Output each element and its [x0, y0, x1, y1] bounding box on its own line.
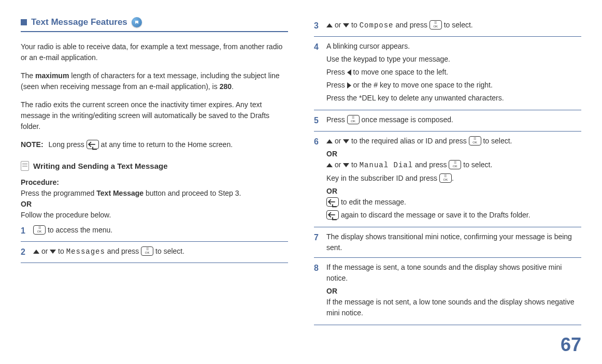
procedure-line2: Follow the procedure below.: [21, 210, 288, 221]
page-icon: [21, 161, 29, 171]
step-3: 3 or to Compose and press to select.: [314, 16, 581, 37]
feature-icon: [132, 17, 142, 27]
step-num: 2: [21, 246, 33, 258]
step-6: 6 or to the required alias or ID and pre…: [314, 132, 581, 227]
step-4: 4 A blinking cursor appears. Use the key…: [314, 37, 581, 110]
sub-header: Writing and Sending a Text Message: [21, 161, 288, 172]
step-body: or to Compose and press to select.: [326, 20, 581, 32]
note-text: Long press at any time to return to the …: [49, 139, 233, 150]
ok-key-icon: [141, 246, 153, 256]
arrow-up-icon: [326, 23, 333, 27]
ok-key-icon: [469, 136, 481, 145]
menu-compose: Compose: [360, 21, 394, 30]
right-column: 3 or to Compose and press to select. 4 A…: [314, 16, 581, 325]
left-column: Text Message Features Your radio is able…: [21, 16, 288, 325]
ok-key-icon: [439, 173, 452, 183]
arrow-down-icon: [343, 139, 349, 143]
step-8: 8 If the message is sent, a tone sounds …: [314, 258, 581, 325]
ok-key-icon: [449, 160, 461, 169]
arrow-down-icon: [343, 163, 349, 167]
note-label: NOTE:: [21, 139, 44, 150]
menu-messages: Messages: [66, 247, 105, 256]
menu-manual-dial: Manual Dial: [360, 161, 413, 169]
step-num: 4: [314, 41, 326, 106]
arrow-down-icon: [343, 23, 349, 27]
step-num: 7: [314, 231, 326, 253]
step-1: 1 to access the menu.: [21, 221, 288, 242]
step-body: or to the required alias or ID and press…: [326, 136, 581, 223]
arrow-down-icon: [50, 250, 56, 254]
arrow-right-icon: [347, 82, 351, 89]
ok-key-icon: [33, 225, 46, 235]
arrow-up-icon: [326, 139, 333, 143]
square-bullet-icon: [21, 19, 27, 25]
step-num: 6: [314, 136, 326, 223]
section-title: Text Message Features: [31, 16, 127, 29]
sub-title: Writing and Sending a Text Message: [33, 161, 168, 172]
intro-p2: The maximum length of characters for a t…: [21, 70, 288, 92]
arrow-up-icon: [326, 163, 333, 167]
step-body: Press once message is composed.: [326, 114, 581, 127]
section-header: Text Message Features: [21, 16, 288, 32]
back-key-icon: [326, 210, 339, 220]
ok-key-icon: [429, 20, 442, 30]
note: NOTE: Long press at any time to return t…: [21, 139, 288, 150]
step-num: 1: [21, 225, 33, 237]
step-2: 2 or to Messages and press to select.: [21, 242, 288, 263]
arrow-left-icon: [347, 69, 351, 76]
step-num: 8: [314, 262, 326, 321]
procedure-or: OR: [21, 200, 32, 208]
step-body: A blinking cursor appears. Use the keypa…: [326, 41, 581, 106]
step-body: The display shows transitional mini noti…: [326, 231, 581, 253]
procedure-label: Procedure:: [21, 178, 59, 186]
step-num: 3: [314, 20, 326, 32]
step-body: or to Messages and press to select.: [33, 246, 288, 258]
step-num: 5: [314, 114, 326, 127]
back-key-icon: [326, 197, 339, 207]
arrow-up-icon: [33, 250, 39, 254]
ok-key-icon: [347, 115, 360, 124]
step-5: 5 Press once message is composed.: [314, 110, 581, 132]
step-body: to access the menu.: [33, 225, 288, 237]
back-key-icon: [87, 140, 99, 149]
step-body: If the message is sent, a tone sounds an…: [326, 262, 581, 321]
intro-p1: Your radio is able to receive data, for …: [21, 41, 288, 63]
page-number: 67: [561, 331, 581, 341]
procedure-line1: Press the programmed Text Message button…: [21, 188, 288, 199]
intro-p3: The radio exits the current screen once …: [21, 99, 288, 132]
step-7: 7 The display shows transitional mini no…: [314, 227, 581, 258]
procedure-block: Procedure: Press the programmed Text Mes…: [21, 177, 288, 221]
